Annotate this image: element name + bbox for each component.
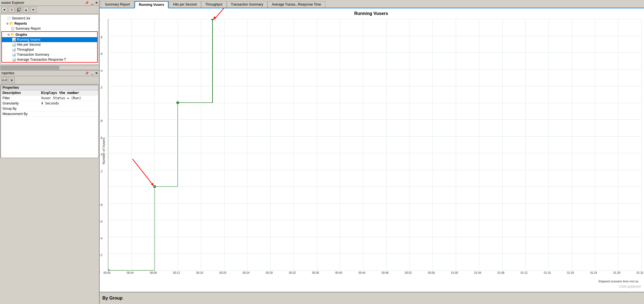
- y-tick-label: 2.4: [100, 69, 102, 72]
- tree-item-avg-transaction[interactable]: 📊 Average Transaction Response T: [2, 57, 97, 62]
- tab-throughput[interactable]: Throughput: [201, 1, 226, 8]
- delete-button[interactable]: ✕: [9, 7, 15, 13]
- tree-item-transaction-summary[interactable]: 📊 Transaction Summary: [2, 52, 97, 57]
- tree-label-avg-transaction: Average Transaction Response T: [17, 58, 66, 62]
- tree-label-hits-per-second: Hits per Second: [17, 43, 40, 47]
- x-tick-label: 00:00: [104, 271, 110, 274]
- props-key: Granularity: [1, 101, 39, 106]
- pin-icon[interactable]: 📌: [85, 1, 89, 5]
- copy-button[interactable]: [16, 7, 22, 13]
- session-tree: 📄 Session1.lra ⊟ 📁 Reports 📋 Summary Rep…: [1, 14, 99, 64]
- props-value: Vuser Status = (Run): [39, 96, 98, 101]
- y-tick-label: 0: [100, 270, 100, 274]
- tab-transaction_summary[interactable]: Transaction Summary: [227, 1, 267, 8]
- properties-pin-icon[interactable]: 📌: [85, 71, 89, 75]
- doc-icon-summary: 📋: [11, 27, 15, 30]
- tab-bar: Summary ReportRunning VusersHits per Sec…: [100, 0, 644, 8]
- x-tick-label: 01:04: [474, 271, 481, 274]
- properties-dock-icon[interactable]: ⎯: [91, 71, 93, 75]
- properties-header-icons: 📌 ⎯ ✕: [85, 71, 98, 75]
- tree-item-summary-report[interactable]: 📋 Summary Report: [1, 26, 98, 31]
- dropdown-button[interactable]: ▼: [1, 7, 7, 13]
- tree-label-running-vusers: Running Vusers: [17, 38, 40, 42]
- tree-label-summary-report: Summary Report: [15, 27, 41, 30]
- props-value: [39, 111, 98, 117]
- x-tick-label: 01:12: [521, 271, 527, 274]
- props-col-header-key: Properties: [1, 85, 39, 90]
- x-tick-label: 00:44: [358, 271, 365, 274]
- x-tick-label: 01:28: [613, 271, 620, 274]
- tree-scrollbar-h[interactable]: [1, 65, 99, 69]
- x-tick-label: 00:56: [428, 271, 435, 274]
- props-key: Measurement By: [1, 111, 39, 117]
- session-explorer-header-icons: 📌 ⎯ ✕: [85, 1, 98, 5]
- x-tick-label: 00:48: [382, 271, 389, 274]
- dock-icon[interactable]: ⎯: [91, 1, 93, 4]
- x-tick-label: 00:16: [196, 271, 203, 274]
- x-axis-ticks: 00:0000:0400:0800:1200:1600:2000:2400:28…: [108, 271, 641, 279]
- y-tick-label: 1: [100, 186, 100, 190]
- tree-label-session1: Session1.lra: [12, 16, 30, 20]
- x-tick-label: 01:24: [590, 271, 597, 274]
- x-tick-label: 00:12: [173, 271, 180, 274]
- properties-close-icon[interactable]: ✕: [95, 71, 98, 75]
- properties-panel: roperties 📌 ⎯ ✕ A↓Z ⊞ Properties: [0, 70, 99, 159]
- move-down-button[interactable]: ▼: [30, 7, 36, 13]
- session-explorer-toolbar: ▼ ✕ ▲ ▼: [0, 6, 99, 14]
- move-up-button[interactable]: ▲: [23, 7, 29, 13]
- tree-label-throughput: Throughput: [17, 48, 34, 52]
- tree-item-graphs[interactable]: ⊟ 📁 Graphs: [2, 32, 97, 37]
- sort-az-button[interactable]: A↓Z: [1, 77, 7, 83]
- tree-label-graphs: Graphs: [15, 33, 27, 37]
- tree-item-hits-per-second[interactable]: 📊 Hits per Second: [2, 42, 97, 47]
- chart-icon-avg-transaction: 📊: [12, 58, 16, 62]
- expand-icon-graphs: ⊟: [7, 33, 10, 36]
- props-key: Filter: [1, 96, 39, 101]
- props-value: Displays the number: [39, 90, 98, 96]
- tree-item-reports[interactable]: ⊟ 📁 Reports: [1, 21, 98, 26]
- tree-label-reports: Reports: [14, 22, 27, 25]
- chart-icon-throughput: 📊: [12, 48, 16, 52]
- props-value: [39, 106, 98, 111]
- svg-rect-1: [18, 8, 20, 11]
- chart-plot-area: 00.20.40.60.811.21.41.61.822.22.42.62.83: [108, 19, 641, 271]
- tab-summary_report[interactable]: Summary Report: [101, 1, 134, 8]
- y-axis-label-text: Number of Vusers: [102, 137, 106, 164]
- y-axis-label: Number of Vusers: [101, 19, 107, 283]
- chart-icon-transaction-summary: 📊: [12, 53, 16, 57]
- bottom-bar: By Group: [100, 292, 644, 304]
- y-tick-label: 0.6: [100, 220, 102, 223]
- chart-wrapper: Number of Vusers 00.20.40.60.811.21.41.6…: [101, 19, 641, 283]
- tree-item-session1[interactable]: 📄 Session1.lra: [1, 16, 98, 21]
- scrollbar-thumb-h[interactable]: [1, 66, 59, 69]
- tab-running_vusers[interactable]: Running Vusers: [135, 1, 169, 8]
- props-key: Group By: [1, 106, 39, 111]
- tab-hits_per_second[interactable]: Hits per Second: [169, 1, 201, 8]
- y-tick-label: 1.8: [100, 119, 102, 122]
- y-tick-label: 1.2: [100, 170, 102, 173]
- properties-header: roperties 📌 ⎯ ✕: [0, 70, 99, 76]
- by-group-label: By Group: [102, 296, 123, 301]
- left-panel: ession Explorer 📌 ⎯ ✕ ▼ ✕ ▲ ▼: [0, 0, 100, 304]
- y-tick-label: 1.4: [100, 153, 102, 156]
- x-tick-label: 00:52: [405, 271, 412, 274]
- tree-label-transaction-summary: Transaction Summary: [17, 53, 49, 57]
- chart-title: Running Vusers: [101, 11, 641, 16]
- watermark: CSDN @想听风声: [619, 285, 641, 289]
- graphs-highlight-box: ⊟ 📁 Graphs 📊 Running Vusers 📊 H: [1, 31, 98, 63]
- tree-item-throughput[interactable]: 📊 Throughput: [2, 47, 97, 52]
- y-tick-label: 2: [100, 103, 100, 106]
- grid-view-button[interactable]: ⊞: [9, 77, 15, 83]
- tab-avg_response_time[interactable]: Average Transa...Response Time: [268, 1, 325, 8]
- tree-item-running-vusers[interactable]: 📊 Running Vusers: [2, 37, 97, 42]
- x-tick-label: 01:08: [498, 271, 505, 274]
- chart-inner: 00.20.40.60.811.21.41.61.822.22.42.62.83…: [108, 19, 641, 283]
- chart-svg: [108, 19, 641, 270]
- x-tick-label: 00:08: [150, 271, 157, 274]
- x-tick-label: 00:40: [335, 271, 342, 274]
- x-tick-label: 01:20: [567, 271, 574, 274]
- properties-table-container: Properties DescriptionDisplays the numbe…: [1, 85, 99, 158]
- expand-icon-reports: ⊟: [6, 22, 9, 25]
- x-tick-label: 00:36: [312, 271, 319, 274]
- close-icon[interactable]: ✕: [95, 1, 98, 5]
